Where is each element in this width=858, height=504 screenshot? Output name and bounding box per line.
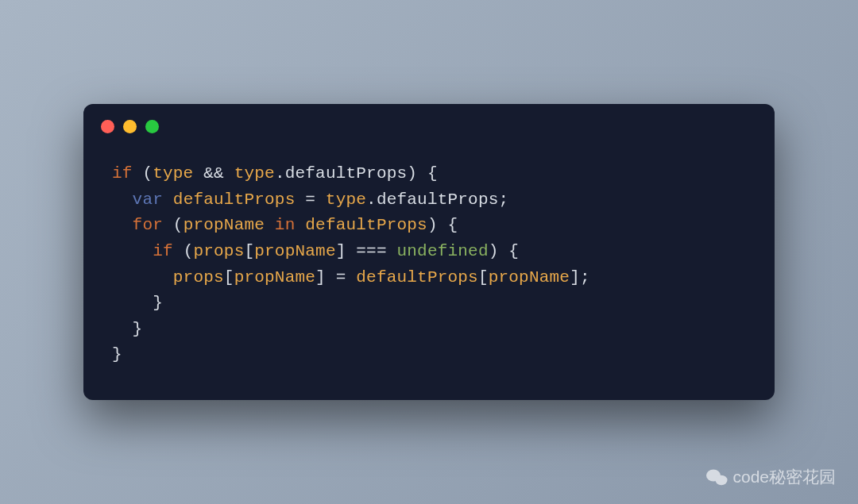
code-content: if (type && type.defaultProps) { var def…: [83, 137, 775, 399]
code-line-3: for (propName in defaultProps) {: [112, 216, 458, 234]
close-icon[interactable]: [101, 120, 114, 133]
watermark-label: code秘密花园: [732, 466, 836, 488]
wechat-icon: [705, 467, 728, 487]
code-line-6: }: [112, 294, 163, 312]
code-editor-window: if (type && type.defaultProps) { var def…: [83, 104, 775, 399]
minimize-icon[interactable]: [123, 120, 137, 133]
watermark: code秘密花园: [705, 466, 836, 488]
code-line-8: }: [112, 345, 122, 364]
code-line-2: var defaultProps = type.defaultProps;: [112, 190, 508, 209]
code-line-5: props[propName] = defaultProps[propName]…: [112, 268, 590, 287]
code-line-1: if (type && type.defaultProps) {: [112, 164, 438, 183]
zoom-icon[interactable]: [145, 120, 159, 133]
window-titlebar: [83, 104, 775, 137]
code-line-4: if (props[propName] === undefined) {: [112, 242, 519, 260]
svg-point-1: [716, 475, 728, 485]
code-line-7: }: [112, 320, 142, 338]
